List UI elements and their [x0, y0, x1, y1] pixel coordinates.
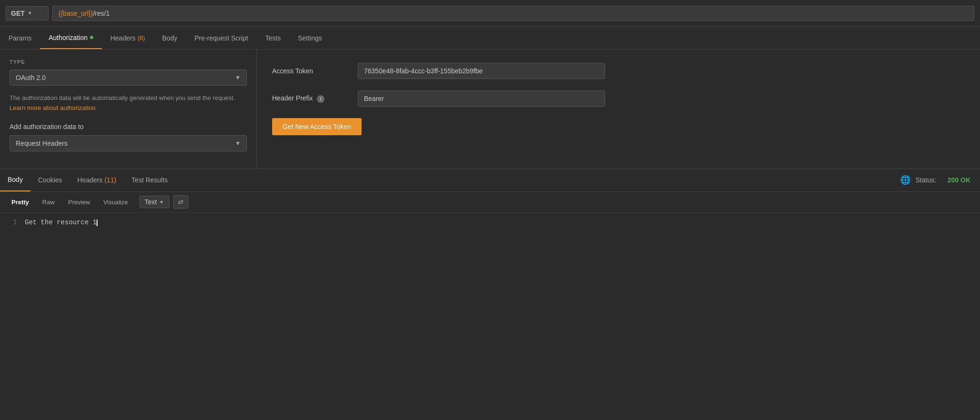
tab-pre-request-script[interactable]: Pre-request Script: [186, 27, 257, 49]
access-token-row: Access Token: [272, 63, 965, 79]
chevron-down-icon: ▼: [28, 10, 32, 16]
response-area: Body Cookies Headers (11) Test Results 🌐…: [0, 169, 980, 273]
body-subtabs-row: Pretty Raw Preview Visualize Text ▼ ⇄: [0, 192, 980, 213]
get-new-access-token-button[interactable]: Get New Access Token: [272, 118, 362, 135]
globe-icon: 🌐: [900, 175, 911, 185]
type-label: TYPE: [10, 59, 247, 65]
right-panel: Access Token Header Prefix i Get New Acc…: [257, 50, 980, 169]
top-bar: GET ▼ {{base_url}}/res/1: [0, 0, 980, 27]
code-line: Get the resource 1: [25, 219, 98, 226]
method-dropdown[interactable]: GET ▼: [6, 6, 49, 20]
access-token-label: Access Token: [272, 67, 348, 75]
add-auth-label: Add authorization data to: [10, 123, 247, 130]
tab-tests[interactable]: Tests: [257, 27, 290, 49]
wrap-icon: ⇄: [178, 198, 184, 206]
type-select[interactable]: OAuth 2.0 ▼: [10, 70, 247, 86]
access-token-input[interactable]: [358, 63, 605, 79]
response-tab-headers[interactable]: Headers (11): [70, 169, 124, 191]
line-numbers: 1: [8, 219, 17, 268]
subtab-preview[interactable]: Preview: [62, 196, 96, 208]
subtab-visualize[interactable]: Visualize: [98, 196, 134, 208]
tab-params[interactable]: Params: [0, 27, 40, 49]
tab-settings[interactable]: Settings: [289, 27, 331, 49]
header-prefix-row: Header Prefix i: [272, 90, 965, 107]
subtab-raw[interactable]: Raw: [37, 196, 60, 208]
response-tab-body[interactable]: Body: [0, 169, 30, 191]
format-dropdown[interactable]: Text ▼: [139, 196, 169, 208]
response-status: 🌐 Status: 200 OK: [900, 175, 980, 185]
scope-select[interactable]: Request Headers ▼: [10, 135, 247, 151]
url-path: /res/1: [93, 10, 109, 17]
left-panel: TYPE OAuth 2.0 ▼ The authorization data …: [0, 50, 257, 169]
line-number: 1: [8, 219, 17, 226]
header-prefix-input[interactable]: [358, 90, 605, 107]
info-icon[interactable]: i: [317, 95, 324, 103]
type-select-value: OAuth 2.0: [16, 74, 46, 81]
subtab-pretty[interactable]: Pretty: [6, 196, 35, 208]
tab-headers[interactable]: Headers (8): [102, 27, 154, 49]
tab-body[interactable]: Body: [154, 27, 186, 49]
code-content: Get the resource 1: [25, 219, 98, 268]
format-label: Text: [145, 198, 157, 206]
response-tab-cookies[interactable]: Cookies: [30, 169, 70, 191]
code-area: 1 Get the resource 1: [0, 213, 980, 273]
chevron-down-icon: ▼: [235, 74, 241, 81]
status-ok: 200 OK: [948, 176, 970, 184]
active-dot: [90, 36, 93, 39]
response-tabs-row: Body Cookies Headers (11) Test Results 🌐…: [0, 169, 980, 192]
auth-panels: TYPE OAuth 2.0 ▼ The authorization data …: [0, 50, 980, 169]
method-label: GET: [11, 10, 25, 17]
header-prefix-label: Header Prefix i: [272, 94, 348, 103]
url-base: {{base_url}}: [59, 10, 93, 17]
tab-authorization[interactable]: Authorization: [40, 27, 102, 49]
url-bar[interactable]: {{base_url}}/res/1: [52, 6, 974, 21]
chevron-down-icon: ▼: [235, 140, 241, 147]
wrap-button[interactable]: ⇄: [173, 195, 188, 209]
learn-more-link[interactable]: Learn more about authorization: [10, 104, 96, 111]
chevron-down-icon: ▼: [159, 200, 164, 205]
auth-description: The authorization data will be automatic…: [10, 93, 247, 113]
response-tab-test-results[interactable]: Test Results: [124, 169, 175, 191]
scope-select-value: Request Headers: [16, 140, 68, 147]
request-tabs-row: Params Authorization Headers (8) Body Pr…: [0, 27, 980, 50]
